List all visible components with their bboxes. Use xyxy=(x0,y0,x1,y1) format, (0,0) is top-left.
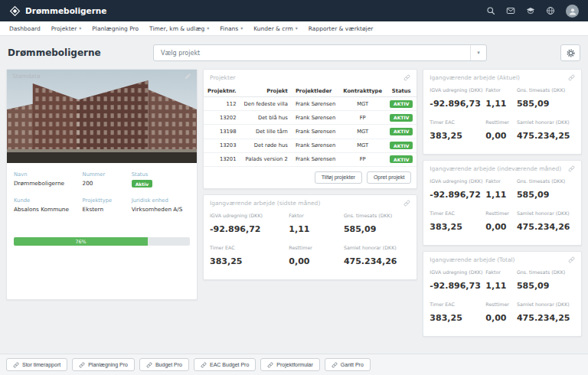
button-label: EAC Budget Pro xyxy=(210,362,249,367)
metric-timer-eac: Timer EAC383,25 xyxy=(430,302,482,324)
metric-label: Gns. timesats (DKK) xyxy=(517,87,570,93)
avatar[interactable] xyxy=(566,5,579,18)
field-label: Navn xyxy=(14,171,78,178)
academy-icon[interactable] xyxy=(526,6,535,15)
card-header: Igangværende arbejde (indeværende måned) xyxy=(423,161,581,174)
nav-item-kunder-crm[interactable]: Kunder & crm▾ xyxy=(253,25,298,32)
metric-label: Timer EAC xyxy=(430,210,482,216)
mail-icon[interactable] xyxy=(506,6,515,15)
dashboard-grid: Stamdata Navn Drømmeboligerne Nummer 200… xyxy=(6,69,582,337)
nav-label: Planlægning Pro xyxy=(92,25,139,32)
button-label: Budget Pro xyxy=(155,362,182,367)
link-icon[interactable] xyxy=(568,256,575,263)
gantt-pro-button[interactable]: Gantt Pro xyxy=(325,358,371,371)
link-icon[interactable] xyxy=(403,200,410,207)
chevron-down-icon: ▾ xyxy=(79,26,81,31)
nav-item-projekter[interactable]: Projekter▾ xyxy=(51,25,82,32)
metric-label: Samlet honorar (DKK) xyxy=(517,302,570,307)
cell-projektleder: Frank Sørensen xyxy=(292,139,339,152)
eac-budget-pro-button[interactable]: EAC Budget Pro xyxy=(194,358,256,371)
metric-label: Faktor xyxy=(485,178,514,184)
metric-label: Timer EAC xyxy=(430,302,482,307)
table-row[interactable]: 13201 Palads version 2 Frank Sørensen FP… xyxy=(204,152,416,166)
metric-label: Samlet honorar (DKK) xyxy=(517,119,570,125)
status-badge: AKTIV xyxy=(390,155,413,163)
metric-value: 1,11 xyxy=(289,224,309,234)
field-label: Juridisk enhed xyxy=(132,197,190,204)
field-kunde: Kunde Absalons Kommune xyxy=(14,197,78,213)
link-icon[interactable] xyxy=(403,74,410,81)
project-select[interactable]: Vælg projekt ▾ xyxy=(153,44,487,61)
projects-card-header: Projekter xyxy=(204,70,416,83)
cell-projektnr: 13198 xyxy=(204,125,240,139)
projektformular-button[interactable]: Projektformular xyxy=(260,358,319,371)
page-title: Drømmeboligerne xyxy=(8,47,153,58)
field-label: Status xyxy=(132,171,190,178)
metric-value: -92.896,72 xyxy=(210,224,261,234)
metric-gns-timesats: Gns. timesats (DKK)585,09 xyxy=(344,213,410,235)
card-title: Igangværende arbejde (sidste måned) xyxy=(210,200,320,207)
nav-item-rapporter-vaerktoejer[interactable]: Rapporter & værktøjer xyxy=(309,25,374,32)
progress-label: 76% xyxy=(75,239,86,244)
table-row[interactable]: 13198 Det lille tårn Frank Sørensen MGT … xyxy=(204,125,416,139)
link-icon xyxy=(267,362,273,368)
cell-kontrakttype: FP xyxy=(339,111,386,125)
button-label: Planlægning Pro xyxy=(88,362,128,367)
cell-kontrakttype: MGT xyxy=(339,139,386,152)
metric-value: 585,09 xyxy=(344,224,376,234)
stor-timerapport-button[interactable]: Stor timerapport xyxy=(6,358,67,371)
metric-value: 1,11 xyxy=(485,190,506,200)
link-icon[interactable] xyxy=(568,74,575,81)
status-badge: AKTIV xyxy=(390,128,413,135)
field-status: Status Aktiv xyxy=(132,171,190,188)
add-projects-button[interactable]: Tilføj projekter xyxy=(315,171,362,184)
search-icon[interactable] xyxy=(486,6,495,15)
table-row[interactable]: 13203 Det røde hus Frank Sørensen MGT AK… xyxy=(204,139,416,152)
link-icon xyxy=(13,362,19,368)
button-label: Projektformular xyxy=(276,362,312,367)
igva-card-aktuel: Igangværende arbejde (Aktuel) IGVA udreg… xyxy=(423,69,582,155)
edit-pencil-icon[interactable] xyxy=(185,73,191,80)
nav-item-dashboard[interactable]: Dashboard xyxy=(9,25,41,32)
field-value: 200 xyxy=(83,180,93,187)
metric-samlet-honorar: Samlet honorar (DKK)475.234,25 xyxy=(517,302,570,324)
metric-igva-udregning: IGVA udregning (DKK)-92.896,72 xyxy=(210,213,286,235)
progress-fill: 76% xyxy=(14,237,148,246)
budget-pro-button[interactable]: Budget Pro xyxy=(139,358,189,371)
metric-resttimer: Resttimer0,00 xyxy=(485,210,514,233)
link-icon[interactable] xyxy=(568,165,575,172)
settings-button[interactable] xyxy=(560,44,580,61)
igva-card-total: Igangværende arbejde (Total) IGVA udregn… xyxy=(423,251,582,337)
brand[interactable]: Drømmeboligerne xyxy=(9,5,106,17)
metric-igva-udregning: IGVA udregning (DKK)-92.896,73 xyxy=(430,87,482,109)
metric-value: 585,09 xyxy=(517,99,549,109)
metric-value: 475.234,25 xyxy=(517,313,570,323)
metric-faktor: Faktor1,11 xyxy=(485,87,514,109)
brand-logo-icon xyxy=(9,5,21,17)
building-photo: Stamdata xyxy=(7,70,197,163)
globe-icon[interactable] xyxy=(546,6,555,15)
metric-value: 1,11 xyxy=(485,99,506,109)
stamdata-fields: Navn Drømmeboligerne Nummer 200 Status A… xyxy=(7,163,197,216)
nav-item-finans[interactable]: Finans▾ xyxy=(220,25,243,32)
cell-projekt: Det lille tårn xyxy=(240,125,292,139)
project-select-value: Vælg projekt xyxy=(161,50,200,57)
projects-actions: Tilføj projekter Opret projekt xyxy=(204,167,416,188)
nav-item-timer-km-udlaeg[interactable]: Timer, km & udlæg▾ xyxy=(149,25,209,32)
cell-projektleder: Frank Sørensen xyxy=(292,152,339,166)
card-title: Igangværende arbejde (indeværende måned) xyxy=(430,165,561,172)
metric-resttimer: Resttimer0,00 xyxy=(485,119,514,142)
create-project-button[interactable]: Opret projekt xyxy=(367,171,411,184)
chevron-down-icon: ▾ xyxy=(240,26,243,31)
chevron-down-icon: ▾ xyxy=(207,26,209,31)
projects-table: Projektnr. Projekt Projektleder Kontrakt… xyxy=(204,85,416,167)
nav-label: Dashboard xyxy=(9,25,41,32)
metric-value: 0,00 xyxy=(289,256,309,266)
table-row[interactable]: 112 Den fedeste villa Frank Sørensen MGT… xyxy=(204,97,416,111)
link-icon xyxy=(146,362,152,368)
metric-value: 0,00 xyxy=(485,222,506,232)
nav-item-planlaegning-pro[interactable]: Planlægning Pro xyxy=(92,25,139,32)
cell-projektnr: 13202 xyxy=(204,111,240,125)
table-row[interactable]: 13202 Det blå hus Frank Sørensen FP AKTI… xyxy=(204,111,416,125)
planlaegning-pro-button[interactable]: Planlægning Pro xyxy=(72,358,135,371)
